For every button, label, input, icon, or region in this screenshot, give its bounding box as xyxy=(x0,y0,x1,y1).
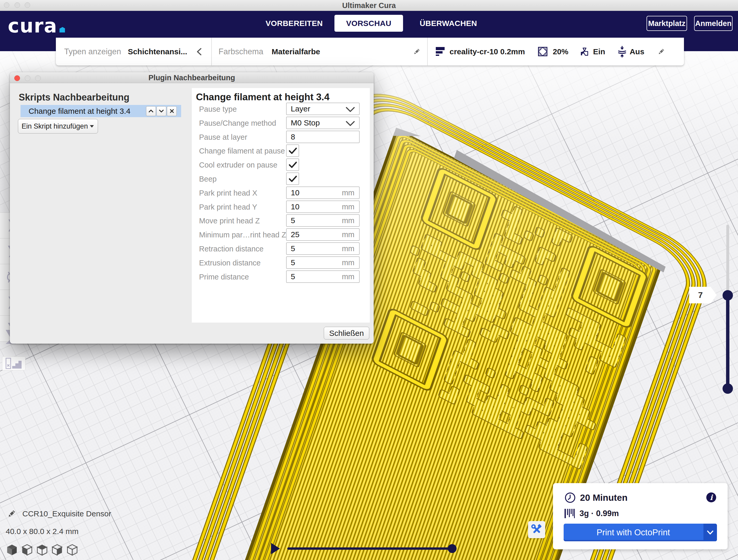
infill-icon xyxy=(538,47,547,56)
field-unit: mm xyxy=(342,202,354,211)
infill-value: 20% xyxy=(553,47,568,56)
marketplace-button[interactable]: Marktplatz xyxy=(647,16,687,31)
edit-pencil-icon[interactable] xyxy=(657,48,665,56)
tools-icon xyxy=(531,524,542,535)
model-name[interactable]: CCR10_Exquisite Densor xyxy=(22,509,111,518)
rename-pencil-icon[interactable] xyxy=(7,509,16,518)
field-value: 25 xyxy=(291,230,299,239)
field-checkbox[interactable] xyxy=(286,172,299,185)
tool-mirror[interactable] xyxy=(0,290,11,316)
field-row: Pause typeLayer xyxy=(192,102,370,116)
edit-pencil-icon[interactable] xyxy=(413,48,420,56)
tab-ueberwachen[interactable]: ÜBERWACHEN xyxy=(420,15,474,32)
view-top-button[interactable] xyxy=(36,544,48,556)
chevron-down-icon xyxy=(706,530,714,535)
play-button[interactable] xyxy=(271,543,280,554)
script-name: Change filament at height 3.4 xyxy=(29,107,146,116)
field-label: Park print head Y xyxy=(199,202,257,211)
window-titlebar: Ultimaker Cura xyxy=(0,0,738,11)
field-unit: mm xyxy=(342,272,354,281)
field-row: Minimum par…rint head Z25mm xyxy=(192,228,370,242)
object-list-button[interactable] xyxy=(2,356,25,371)
field-select[interactable]: Layer xyxy=(286,103,360,115)
scripts-heading: Skripts Nachbearbeitung xyxy=(19,92,129,103)
add-script-label: Ein Skript hinzufügen xyxy=(22,122,88,130)
field-label: Park print head X xyxy=(199,188,257,197)
tab-vorschau[interactable]: VORSCHAU xyxy=(334,15,403,32)
field-row: Cool extruder on pause xyxy=(192,158,370,172)
field-value: 5 xyxy=(291,272,295,281)
simulation-slider-handle[interactable] xyxy=(448,544,456,553)
field-input[interactable]: 5mm xyxy=(286,214,360,227)
cura-logo: cura xyxy=(8,16,65,35)
window-title: Ultimaker Cura xyxy=(0,1,738,10)
field-checkbox[interactable] xyxy=(286,144,299,157)
tool-move[interactable] xyxy=(0,213,11,238)
print-settings-panel[interactable]: creality-cr-10 0.2mm 20% Ein Aus xyxy=(428,45,684,58)
field-value: 10 xyxy=(291,202,299,211)
dialog-titlebar[interactable]: Plugin Nachbearbeitung xyxy=(10,72,374,83)
field-input[interactable]: 5mm xyxy=(286,270,360,283)
field-input[interactable]: 10mm xyxy=(286,200,360,213)
script-list-item-selected[interactable]: Change filament at height 3.4 xyxy=(21,105,181,117)
chevron-down-icon xyxy=(158,109,164,113)
cura-logo-dot xyxy=(59,27,65,32)
dialog-title: Plugin Nachbearbeitung xyxy=(10,73,374,82)
field-value: 8 xyxy=(291,132,295,141)
view-type-selector[interactable]: Typen anzeigen Schichtenansi... xyxy=(56,46,211,57)
info-icon[interactable]: i xyxy=(706,493,716,502)
field-label: Move print head Z xyxy=(199,216,260,225)
field-value: Layer xyxy=(291,104,310,113)
print-with-octoprint-button[interactable]: Print with OctoPrint xyxy=(564,524,717,541)
signin-button[interactable]: Anmelden xyxy=(694,16,733,31)
model-info: CCR10_Exquisite Densor 40.0 x 80.0 x 2.4… xyxy=(6,509,111,556)
layer-slider-upper-handle[interactable] xyxy=(723,290,733,301)
field-label: Pause/Change method xyxy=(199,119,276,127)
print-options-dropdown[interactable] xyxy=(703,524,717,541)
layers-icon xyxy=(436,47,445,56)
view-left-button[interactable] xyxy=(51,544,63,556)
field-input[interactable]: 8 xyxy=(286,131,360,143)
print-time: 20 Minuten xyxy=(580,493,628,503)
field-row: Retraction distance5mm xyxy=(192,242,370,256)
layer-slider-lower-handle[interactable] xyxy=(723,383,733,394)
script-remove-button[interactable] xyxy=(167,106,177,116)
field-input[interactable]: 5mm xyxy=(286,242,360,255)
layer-value-flag[interactable]: 7 xyxy=(689,287,717,304)
field-input[interactable]: 5mm xyxy=(286,256,360,269)
field-row: Extrusion distance5mm xyxy=(192,256,370,270)
field-select[interactable]: M0 Stop xyxy=(286,117,360,129)
printer-config-value: creality-cr-10 0.2mm xyxy=(449,47,525,56)
view-front-button[interactable] xyxy=(21,544,33,556)
field-row: Beep xyxy=(192,172,370,186)
field-checkbox[interactable] xyxy=(286,158,299,171)
chevron-down-icon xyxy=(345,120,355,127)
field-label: Cool extruder on pause xyxy=(199,161,277,169)
add-script-button[interactable]: Ein Skript hinzufügen xyxy=(18,119,98,133)
field-label: Beep xyxy=(199,175,217,183)
adhesion-value: Aus xyxy=(630,47,645,56)
field-row: Pause at layer8 xyxy=(192,130,370,144)
field-row: Park print head Y10mm xyxy=(192,200,370,214)
chevron-down-icon xyxy=(345,106,355,113)
view-3d-button[interactable] xyxy=(6,544,18,556)
color-scheme-value: Materialfarbe xyxy=(272,47,320,56)
tool-rotate[interactable] xyxy=(0,264,11,290)
close-x-icon xyxy=(170,109,174,113)
checkmark-icon xyxy=(289,175,297,182)
field-input[interactable]: 25mm xyxy=(286,228,360,241)
script-move-down-button[interactable] xyxy=(156,106,166,116)
color-scheme-selector[interactable]: Farbschema Materialfarbe xyxy=(212,47,427,56)
tool-scale[interactable] xyxy=(0,238,11,264)
script-settings-panel: Change filament at height 3.4 Pause type… xyxy=(192,88,370,323)
dialog-close-action-button[interactable]: Schließen xyxy=(324,327,369,340)
field-row: Move print head Z5mm xyxy=(192,214,370,228)
tab-vorbereiten[interactable]: VORBEREITEN xyxy=(266,15,318,32)
color-scheme-label: Farbschema xyxy=(219,47,263,56)
script-move-up-button[interactable] xyxy=(146,106,156,116)
octoprint-settings-button[interactable] xyxy=(528,521,545,538)
dropdown-arrow-icon xyxy=(89,125,94,128)
view-right-button[interactable] xyxy=(66,544,78,556)
chevron-left-icon[interactable] xyxy=(195,46,204,57)
field-input[interactable]: 10mm xyxy=(286,186,360,199)
